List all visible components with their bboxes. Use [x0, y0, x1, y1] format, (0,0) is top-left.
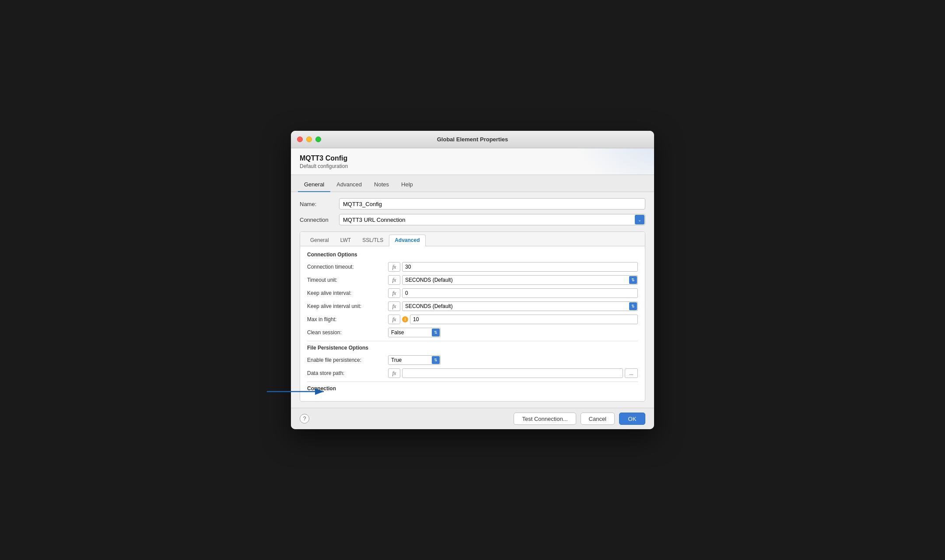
name-label: Name:: [300, 201, 339, 207]
max-in-flight-row: Max in flight: fx !: [307, 315, 638, 324]
inner-tab-bar: General LWT SSL/TLS Advanced: [300, 232, 645, 246]
connection-timeout-input[interactable]: [402, 262, 638, 272]
name-input[interactable]: [339, 198, 645, 210]
data-store-path-input[interactable]: [402, 368, 623, 378]
inner-tab-lwt[interactable]: LWT: [335, 234, 357, 246]
connection-section-title: Connection: [307, 385, 638, 392]
dialog-window: Global Element Properties MQTT3 Config D…: [291, 131, 654, 429]
connection-options-title: Connection Options: [307, 252, 638, 258]
window-title: Global Element Properties: [437, 136, 508, 143]
connection-timeout-label: Connection timeout:: [307, 264, 388, 270]
cancel-button[interactable]: Cancel: [581, 413, 615, 425]
data-store-path-fx[interactable]: fx: [388, 368, 400, 378]
connection-select[interactable]: MQTT3 URL Connection: [339, 214, 645, 225]
titlebar: Global Element Properties: [291, 131, 654, 148]
ok-button[interactable]: OK: [619, 413, 645, 425]
tab-general[interactable]: General: [298, 178, 330, 192]
inner-tab-advanced[interactable]: Advanced: [389, 234, 425, 246]
keep-alive-fx[interactable]: fx: [388, 288, 400, 298]
max-in-flight-input[interactable]: [410, 315, 638, 324]
timeout-unit-select[interactable]: SECONDS (Default): [402, 275, 638, 285]
timeout-unit-label: Timeout unit:: [307, 277, 388, 283]
connection-timeout-fx[interactable]: fx: [388, 262, 400, 272]
max-in-flight-warn-icon: !: [402, 316, 408, 322]
keep-alive-row: Keep alive interval: fx: [307, 288, 638, 298]
help-icon: ?: [303, 416, 306, 422]
dialog-content: Name: Connection MQTT3 URL Connection ⌄ …: [291, 192, 654, 408]
dialog-footer: ? Test Connection... Cancel OK: [291, 408, 654, 429]
inner-content: Connection Options Connection timeout: f…: [300, 246, 645, 401]
connection-row: Connection MQTT3 URL Connection ⌄: [300, 214, 645, 225]
keep-alive-input[interactable]: [402, 288, 638, 298]
enable-file-persistence-select-wrap: True False ⇅: [388, 355, 441, 365]
inner-tab-ssltls[interactable]: SSL/TLS: [357, 234, 389, 246]
name-row: Name:: [300, 198, 645, 210]
clean-session-label: Clean session:: [307, 329, 388, 336]
enable-file-persistence-select[interactable]: True False: [388, 355, 441, 365]
keep-alive-unit-row: Keep alive interval unit: fx SECONDS (De…: [307, 301, 638, 311]
tab-notes[interactable]: Notes: [368, 178, 395, 192]
enable-file-persistence-label: Enable file persistence:: [307, 357, 388, 363]
close-button[interactable]: [297, 136, 303, 142]
inner-tab-general[interactable]: General: [304, 234, 335, 246]
browse-button[interactable]: ...: [625, 368, 638, 378]
file-persistence-title: File Persistence Options: [307, 345, 638, 351]
timeout-unit-select-wrap: SECONDS (Default) ⇅: [402, 275, 638, 285]
keep-alive-unit-label: Keep alive interval unit:: [307, 303, 388, 309]
outer-tab-bar: General Advanced Notes Help: [291, 175, 654, 192]
max-in-flight-fx[interactable]: fx: [388, 315, 400, 324]
maximize-button[interactable]: [315, 136, 321, 142]
enable-file-persistence-row: Enable file persistence: True False ⇅: [307, 355, 638, 365]
keep-alive-unit-select-wrap: SECONDS (Default) ⇅: [402, 301, 638, 311]
max-in-flight-label: Max in flight:: [307, 316, 388, 322]
connection-timeout-row: Connection timeout: fx: [307, 262, 638, 272]
tab-help[interactable]: Help: [395, 178, 419, 192]
tab-advanced[interactable]: Advanced: [330, 178, 368, 192]
section-divider-2: [307, 382, 638, 382]
data-store-path-label: Data store path:: [307, 370, 388, 376]
clean-session-select-wrap: False True ⇅: [388, 328, 441, 337]
keep-alive-unit-fx[interactable]: fx: [388, 301, 400, 311]
connection-select-wrap: MQTT3 URL Connection ⌄: [339, 214, 645, 225]
section-divider-1: [307, 341, 638, 341]
timeout-unit-fx[interactable]: fx: [388, 275, 400, 285]
help-button[interactable]: ?: [300, 414, 309, 424]
header-bg-decoration: [575, 148, 654, 175]
keep-alive-label: Keep alive interval:: [307, 290, 388, 296]
keep-alive-unit-select[interactable]: SECONDS (Default): [402, 301, 638, 311]
dialog-header: MQTT3 Config Default configuration: [291, 148, 654, 175]
inner-panel: General LWT SSL/TLS Advanced Connection …: [300, 231, 645, 402]
test-connection-button[interactable]: Test Connection...: [514, 413, 576, 425]
window-controls: [297, 136, 321, 142]
connection-label: Connection: [300, 217, 339, 223]
data-store-path-row: Data store path: fx ...: [307, 368, 638, 378]
timeout-unit-row: Timeout unit: fx SECONDS (Default) ⇅: [307, 275, 638, 285]
clean-session-select[interactable]: False True: [388, 328, 441, 337]
minimize-button[interactable]: [306, 136, 312, 142]
clean-session-row: Clean session: False True ⇅: [307, 328, 638, 337]
